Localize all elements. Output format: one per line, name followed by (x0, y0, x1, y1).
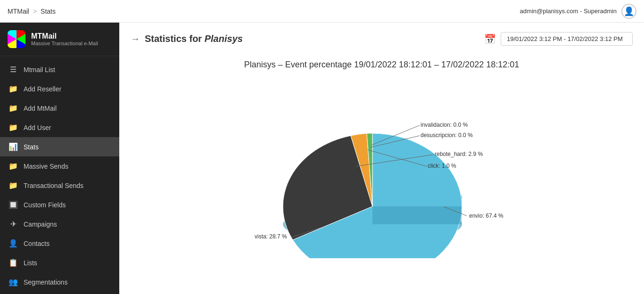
sidebar-item-lists[interactable]: 📋Lists (0, 253, 119, 272)
nav-label-add-mtmail: Add MtMail (24, 105, 57, 112)
nav-label-contacts: Contacts (24, 240, 50, 247)
page-header-left: → Statistics for Planisys (131, 33, 243, 44)
nav-label-lists: Lists (24, 259, 37, 267)
date-range-input[interactable] (501, 32, 633, 46)
sidebar-nav: ☰Mtmail List📁Add Reseller📁Add MtMail📁Add… (0, 56, 119, 294)
sidebar-item-custom-fields[interactable]: 🔲Custom Fields (0, 195, 119, 214)
sidebar-item-contacts[interactable]: 👤Contacts (0, 234, 119, 253)
sidebar-brand: MTMail Massive Transactional e-Mail (0, 23, 119, 56)
nav-icon-transactional-sends: 📁 (8, 181, 18, 190)
rebote-label: rebote_hard: 2.9 % (435, 151, 483, 157)
sidebar-item-add-reseller[interactable]: 📁Add Reseller (0, 79, 119, 98)
main-content: → Statistics for Planisys 📅 Planisys – E… (119, 23, 644, 294)
nav-icon-contacts: 👤 (8, 239, 18, 248)
chart-area: Planisys – Event percentage 19/01/2022 1… (131, 55, 633, 263)
nav-icon-mtmail-list: ☰ (8, 65, 18, 74)
nav-icon-segmentations: 👥 (8, 278, 18, 286)
sidebar-item-mtmail-list[interactable]: ☰Mtmail List (0, 60, 119, 79)
nav-label-transactional-sends: Transactional Sends (24, 182, 83, 189)
arrow-icon: → (131, 33, 140, 44)
page-title-prefix: Statistics for (145, 33, 202, 44)
nav-icon-add-user: 📁 (8, 123, 18, 132)
user-avatar-icon[interactable]: 👤 (621, 4, 636, 19)
sidebar-item-campaigns[interactable]: ✈Campaigns (0, 214, 119, 234)
nav-label-segmentations: Segmentations (24, 278, 67, 286)
breadcrumb-separator: > (33, 8, 37, 15)
sidebar-item-add-user[interactable]: 📁Add User (0, 118, 119, 137)
sidebar-item-massive-sends[interactable]: 📁Massive Sends (0, 156, 119, 176)
page-header-right: 📅 (484, 32, 633, 46)
sidebar-item-add-mtmail[interactable]: 📁Add MtMail (0, 98, 119, 118)
nav-label-mtmail-list: Mtmail List (24, 66, 55, 74)
breadcrumb-current: Stats (41, 8, 56, 15)
user-info-area: admin@planisys.com - Superadmin 👤 (520, 4, 636, 19)
nav-icon-add-reseller: 📁 (8, 84, 18, 93)
brand-subtitle: Massive Transactional e-Mail (31, 41, 98, 46)
sidebar-item-statistics[interactable]: 📈Statistics (0, 292, 119, 294)
invalidacion-label: invalidacion: 0.0 % (421, 122, 468, 128)
chart-title: Planisys – Event percentage 19/01/2022 1… (244, 60, 519, 70)
sidebar-item-segmentations[interactable]: 👥Segmentations (0, 272, 119, 292)
nav-label-add-user: Add User (24, 124, 51, 131)
nav-label-campaigns: Campaigns (24, 220, 57, 228)
page-title-brand: Planisys (205, 33, 243, 44)
calendar-icon[interactable]: 📅 (484, 33, 496, 45)
nav-icon-lists: 📋 (8, 258, 18, 267)
main-layout: MTMail Massive Transactional e-Mail ☰Mtm… (0, 23, 644, 294)
nav-icon-campaigns: ✈ (8, 220, 18, 229)
nav-label-massive-sends: Massive Sends (24, 163, 68, 170)
sidebar-item-stats[interactable]: 📊Stats (0, 137, 119, 156)
nav-icon-add-mtmail: 📁 (8, 104, 18, 113)
page-header: → Statistics for Planisys 📅 (131, 32, 633, 46)
click-label: click: 1.0 % (428, 163, 456, 169)
envio-label: envio: 67.4 % (469, 212, 504, 219)
topbar: MTMail > Stats admin@planisys.com - Supe… (0, 0, 644, 23)
vista-label: vista: 28.7 % (255, 233, 287, 240)
user-email: admin@planisys.com - Superadmin (520, 8, 617, 15)
nav-icon-custom-fields: 🔲 (8, 200, 18, 209)
page-title: Statistics for Planisys (145, 33, 243, 44)
pie-chart-container: envio: 67.4 % vista: 28.7 % rebote_hard:… (217, 79, 547, 258)
brand-name: MTMail (31, 32, 98, 41)
nav-icon-massive-sends: 📁 (8, 162, 18, 171)
sidebar: MTMail Massive Transactional e-Mail ☰Mtm… (0, 23, 119, 294)
brand-text: MTMail Massive Transactional e-Mail (31, 32, 98, 46)
brand-logo-icon (8, 30, 25, 48)
nav-label-stats: Stats (24, 143, 39, 151)
nav-label-add-reseller: Add Reseller (24, 85, 61, 93)
sidebar-item-transactional-sends[interactable]: 📁Transactional Sends (0, 176, 119, 195)
breadcrumb: MTMail > Stats (8, 8, 56, 15)
nav-label-custom-fields: Custom Fields (24, 201, 66, 209)
breadcrumb-home[interactable]: MTMail (8, 8, 29, 15)
pie-chart-svg: envio: 67.4 % vista: 28.7 % rebote_hard:… (217, 79, 547, 258)
nav-icon-stats: 📊 (8, 142, 18, 151)
desuscripcion-label: desuscripcion: 0.0 % (421, 132, 473, 139)
